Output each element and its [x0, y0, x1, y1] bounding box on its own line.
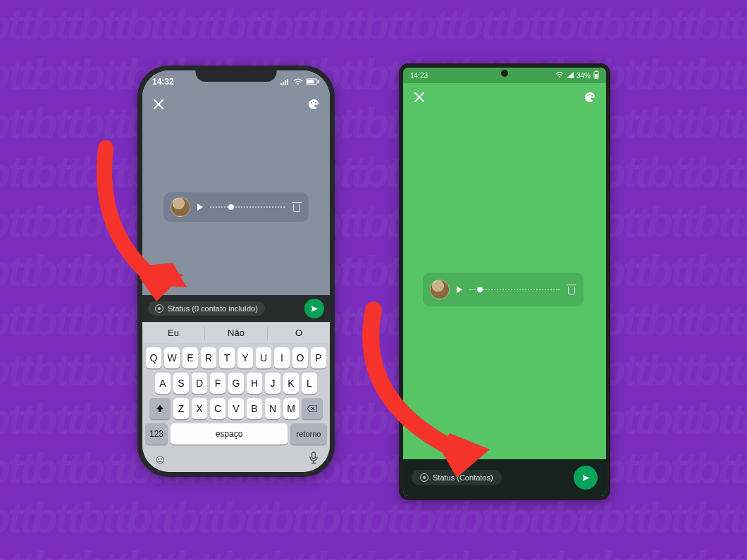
key-k[interactable]: K	[283, 373, 299, 394]
svg-point-18	[591, 95, 593, 97]
send-button[interactable]	[574, 466, 598, 490]
voice-track[interactable]	[210, 204, 285, 211]
key-a[interactable]: A	[155, 373, 171, 394]
svg-rect-11	[312, 452, 316, 459]
suggestion-2[interactable]: Não	[205, 328, 267, 338]
close-icon[interactable]	[413, 91, 426, 107]
signal-icon	[280, 78, 290, 85]
android-status-time: 14:23	[410, 72, 428, 80]
avatar	[430, 280, 450, 299]
svg-rect-15	[595, 70, 597, 72]
key-h[interactable]: H	[247, 373, 262, 394]
ios-keyboard: Q W E R T Y U I O P A S D F G H	[142, 343, 330, 472]
key-g[interactable]: G	[228, 373, 244, 394]
svg-point-8	[311, 102, 312, 104]
voice-note-card-android[interactable]	[423, 273, 584, 306]
svg-rect-7	[318, 80, 319, 83]
key-e[interactable]: E	[183, 347, 198, 368]
palette-icon[interactable]	[307, 98, 320, 114]
keyboard-row-1: Q W E R T Y U I O P	[145, 347, 327, 368]
key-d[interactable]: D	[192, 373, 207, 394]
key-l[interactable]: L	[302, 373, 317, 394]
key-space[interactable]: espaço	[171, 423, 288, 444]
send-button[interactable]	[304, 299, 324, 318]
status-privacy-chip[interactable]: Status (Contatos)	[412, 470, 502, 485]
battery-icon	[593, 70, 599, 80]
ios-content-area	[142, 118, 330, 295]
keyboard-bottom-row: ☺	[145, 449, 327, 469]
suggestion-3[interactable]: O	[268, 328, 330, 338]
key-v[interactable]: V	[228, 398, 244, 419]
keyboard-row-3: Z X C V B N M	[145, 398, 327, 419]
voice-note-card-ios[interactable]	[163, 192, 309, 222]
key-numeric[interactable]: 123	[145, 423, 168, 444]
status-privacy-label: Status (0 contato incluído)	[168, 304, 258, 313]
key-t[interactable]: T	[219, 347, 235, 368]
key-u[interactable]: U	[256, 347, 271, 368]
svg-point-12	[559, 76, 560, 77]
key-p[interactable]: P	[311, 347, 326, 368]
ios-status-time: 14:32	[152, 77, 174, 87]
svg-point-9	[313, 101, 314, 102]
svg-rect-1	[283, 82, 284, 85]
key-o[interactable]: O	[292, 347, 308, 368]
voice-track[interactable]	[469, 286, 560, 293]
play-icon[interactable]	[457, 286, 462, 293]
key-b[interactable]: B	[247, 398, 262, 419]
key-y[interactable]: Y	[237, 347, 253, 368]
key-w[interactable]: W	[164, 347, 180, 368]
battery-label: 34%	[576, 72, 591, 80]
svg-point-10	[315, 102, 316, 104]
key-z[interactable]: Z	[173, 398, 189, 419]
key-shift[interactable]	[149, 398, 171, 419]
svg-rect-2	[285, 80, 286, 85]
svg-rect-3	[287, 79, 288, 85]
android-punch-hole	[501, 70, 508, 77]
suggestion-1[interactable]: Eu	[142, 328, 204, 338]
svg-rect-14	[595, 74, 598, 78]
battery-icon	[306, 78, 320, 85]
android-screen: 14:23 34%	[403, 68, 606, 496]
key-m[interactable]: M	[283, 398, 299, 419]
android-bottom-bar: Status (Contatos)	[403, 459, 606, 496]
trash-icon[interactable]	[292, 202, 302, 212]
status-ring-icon	[155, 304, 163, 313]
key-i[interactable]: I	[274, 347, 290, 368]
emoji-icon[interactable]: ☺	[154, 452, 166, 467]
keyboard-row-4: 123 espaço retorno	[145, 423, 327, 444]
wifi-icon	[293, 78, 303, 85]
key-s[interactable]: S	[173, 373, 189, 394]
iphone-notch	[196, 66, 277, 82]
svg-rect-0	[280, 83, 282, 85]
wifi-icon	[555, 72, 564, 80]
status-privacy-chip[interactable]: Status (0 contato incluído)	[148, 301, 265, 316]
signal-icon	[567, 72, 574, 80]
iphone-frame: 14:32	[137, 66, 335, 477]
trash-icon[interactable]	[567, 285, 576, 294]
key-r[interactable]: R	[201, 347, 216, 368]
palette-icon[interactable]	[584, 91, 596, 107]
iphone-screen: 14:32	[142, 70, 330, 472]
android-frame: 14:23 34%	[399, 63, 610, 500]
whatsapp-appbar-ios	[142, 93, 330, 118]
status-ring-icon	[420, 473, 428, 482]
key-x[interactable]: X	[192, 398, 207, 419]
key-n[interactable]: N	[265, 398, 280, 419]
svg-point-16	[587, 95, 588, 97]
svg-point-17	[589, 94, 591, 95]
whatsapp-appbar-android	[403, 83, 606, 114]
status-privacy-label: Status (Contatos)	[433, 473, 493, 482]
play-icon[interactable]	[197, 204, 203, 211]
key-f[interactable]: F	[210, 373, 226, 394]
keyboard-row-2: A S D F G H J K L	[145, 373, 327, 394]
key-backspace[interactable]	[302, 398, 323, 419]
close-icon[interactable]	[152, 98, 165, 114]
key-return[interactable]: retorno	[290, 423, 327, 444]
mic-icon[interactable]	[309, 452, 319, 468]
svg-rect-6	[307, 80, 314, 84]
key-j[interactable]: J	[265, 373, 280, 394]
key-q[interactable]: Q	[146, 347, 161, 368]
key-c[interactable]: C	[210, 398, 226, 419]
android-content-area	[403, 114, 606, 459]
keyboard-suggestions: Eu Não O	[142, 322, 330, 343]
